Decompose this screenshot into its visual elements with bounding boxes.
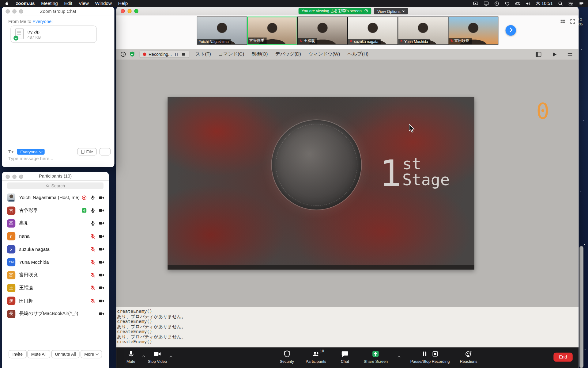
- pause-recording-icon[interactable]: [174, 52, 179, 57]
- camera-icon[interactable]: [99, 195, 104, 200]
- shared-app-menu-item-1[interactable]: コマンド(C): [218, 51, 244, 58]
- video-thumbnail[interactable]: suzuka nagata: [348, 17, 398, 45]
- shared-app-menu-item-3[interactable]: デバッグ(D): [275, 51, 301, 58]
- video-options-caret[interactable]: [170, 353, 172, 363]
- participants-button[interactable]: 10 Participants: [306, 350, 326, 363]
- reactions-button[interactable]: Reactions: [460, 350, 477, 363]
- fullscreen-icon[interactable]: [570, 18, 576, 25]
- participant-row[interactable]: 古古谷彩季: [2, 204, 109, 217]
- view-options-button[interactable]: View Options: [374, 8, 408, 14]
- screen-sharing-status-icon[interactable]: [473, 1, 478, 6]
- shared-file-card[interactable]: try.zip 487 KB: [10, 25, 97, 43]
- participant-row[interactable]: YMYuna Mochida: [2, 256, 109, 269]
- gallery-view-icon[interactable]: [560, 18, 566, 25]
- video-thumbnail[interactable]: 王福瀛: [297, 17, 348, 45]
- list-view-icon[interactable]: [579, 1, 584, 6]
- invite-button[interactable]: Invite: [9, 350, 26, 358]
- share-options-caret[interactable]: [398, 353, 400, 360]
- mute-button[interactable]: Mute: [122, 350, 139, 363]
- pause-stop-recording-button[interactable]: Pause/Stop Recording: [410, 350, 450, 363]
- time-machine-icon[interactable]: [494, 1, 499, 6]
- next-page-button[interactable]: [506, 25, 516, 36]
- display-icon[interactable]: [483, 1, 489, 6]
- video-thumbnail[interactable]: 古谷彩季: [247, 17, 297, 45]
- scrollbar[interactable]: [579, 246, 583, 368]
- close-window-button[interactable]: [121, 9, 125, 13]
- camera-icon[interactable]: [99, 247, 104, 252]
- menubar-item-edit[interactable]: Edit: [64, 1, 72, 6]
- shared-app-menu-item-5[interactable]: ヘルプ(H): [348, 51, 368, 58]
- zoom-window-button[interactable]: [134, 9, 138, 13]
- participant-row[interactable]: 富富田咲良: [2, 269, 109, 282]
- menubar-item-help[interactable]: Help: [118, 1, 128, 6]
- security-button[interactable]: Security: [278, 350, 296, 363]
- participant-row[interactable]: 長長嶋のサブMacBookAir(^_^): [2, 307, 109, 320]
- game-controller-icon[interactable]: [515, 1, 520, 6]
- video-thumbnail[interactable]: Yoichi Nagashima: [197, 17, 247, 45]
- camera-icon[interactable]: [99, 285, 104, 291]
- mic-muted-icon[interactable]: [90, 233, 96, 239]
- spotlight-search-icon[interactable]: [558, 1, 563, 6]
- participant-row[interactable]: λsuzuka nagata: [2, 243, 109, 256]
- share-screen-button[interactable]: Share Screen: [364, 350, 388, 363]
- mic-icon[interactable]: [90, 220, 96, 226]
- chat-button[interactable]: Chat: [336, 350, 353, 363]
- participants-zoom-button[interactable]: [19, 174, 23, 178]
- heart-icon[interactable]: [504, 1, 510, 6]
- mic-muted-icon[interactable]: [90, 247, 96, 252]
- mic-muted-icon[interactable]: [90, 272, 96, 278]
- control-center-icon[interactable]: [568, 1, 574, 6]
- participant-row[interactable]: nnana: [2, 230, 109, 243]
- eye-icon[interactable]: [364, 9, 368, 13]
- message-input[interactable]: Type message here...: [8, 156, 53, 161]
- participant-row[interactable]: 舞田口舞: [2, 294, 109, 307]
- mic-muted-icon[interactable]: [90, 298, 96, 304]
- chat-zoom-button[interactable]: [19, 10, 23, 13]
- participants-close-button[interactable]: [6, 174, 9, 178]
- participants-search-input[interactable]: Search: [7, 182, 104, 189]
- more-button[interactable]: More: [81, 350, 102, 358]
- participant-row[interactable]: 高高見: [2, 217, 109, 230]
- camera-icon[interactable]: [99, 311, 104, 316]
- shared-app-menu-item-0[interactable]: スト(T): [195, 51, 211, 58]
- camera-icon[interactable]: [99, 208, 104, 213]
- mic-icon[interactable]: [90, 195, 96, 200]
- stop-recording-icon[interactable]: [181, 52, 186, 57]
- participant-row[interactable]: Yoichi Nagashima (Host, me): [2, 191, 109, 204]
- menubar-clock[interactable]: 木 10:51: [536, 0, 553, 7]
- camera-icon[interactable]: [99, 272, 104, 278]
- menubar-item-window[interactable]: Window: [95, 1, 112, 6]
- mic-muted-icon[interactable]: [90, 285, 96, 291]
- participant-row[interactable]: 王王福瀛: [2, 282, 109, 294]
- mute-options-caret[interactable]: [142, 353, 145, 363]
- chat-recipient-label[interactable]: Everyone:: [32, 19, 53, 24]
- video-thumbnail[interactable]: 富田咲良: [448, 17, 498, 45]
- chat-titlebar[interactable]: Zoom Group Chat: [2, 7, 114, 16]
- attach-file-button[interactable]: File: [77, 148, 97, 155]
- shared-app-menu-item-2[interactable]: 制御(O): [252, 51, 268, 58]
- menubar-item-meeting[interactable]: Meeting: [41, 1, 58, 6]
- volume-icon[interactable]: [525, 1, 531, 6]
- mute-all-button[interactable]: Mute All: [27, 350, 50, 358]
- chat-minimize-button[interactable]: [12, 10, 16, 13]
- camera-icon[interactable]: [99, 298, 104, 304]
- participants-minimize-button[interactable]: [12, 174, 16, 178]
- shared-app-menu-item-4[interactable]: ウィンドウ(W): [308, 51, 340, 58]
- menubar-app-name[interactable]: zoom.us: [16, 1, 35, 6]
- apple-menu-icon[interactable]: [5, 1, 9, 6]
- camera-icon[interactable]: [99, 220, 104, 226]
- menu-lines-icon[interactable]: [567, 51, 573, 58]
- video-thumbnail[interactable]: Yuna Mochida: [398, 17, 448, 45]
- meeting-info-icon[interactable]: [120, 51, 126, 58]
- menubar-item-view[interactable]: View: [79, 1, 89, 6]
- chat-close-button[interactable]: [6, 10, 9, 13]
- minimize-window-button[interactable]: [127, 9, 131, 13]
- stop-video-button[interactable]: Stop Video: [148, 350, 167, 363]
- mic-muted-icon[interactable]: [90, 259, 96, 265]
- end-button[interactable]: End: [553, 353, 573, 362]
- camera-icon[interactable]: [99, 233, 104, 239]
- chat-more-button[interactable]: ...: [100, 148, 111, 155]
- unmute-all-button[interactable]: Unmute All: [51, 350, 80, 358]
- layout-panels-icon[interactable]: [535, 51, 542, 58]
- participants-titlebar[interactable]: Participants (10): [2, 172, 109, 181]
